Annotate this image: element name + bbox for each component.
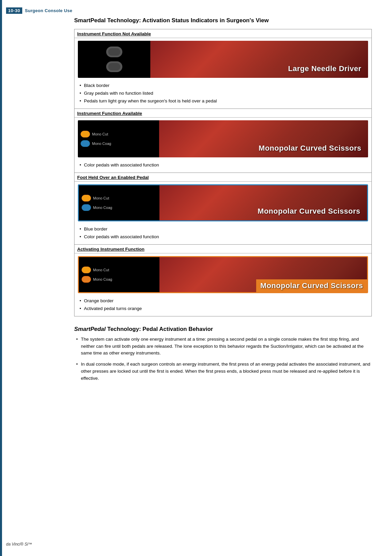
pedal-btn-blue [81,140,90,147]
bullet-item: Color pedals with associated function [78,161,368,169]
pedal-left-available: Mono Cut Mono Coag [78,120,159,157]
pedal-btn-gray-bottom [106,61,122,72]
smartpedal-italic: SmartPedal [74,326,106,332]
instrument-label-not-available: Large Needle Driver [288,64,361,73]
pedal-item-mono-coag: Mono Coag [81,140,111,147]
smartpedal-title-rest: Technology: Pedal Activation Behavior [106,326,213,332]
smartpedal-bullet-1: The system can activate only one energy … [74,336,372,357]
pedal-btn-blue-2 [82,204,91,211]
instrument-label-activating: Monopolar Curved Scissors [256,279,367,292]
pedal-label-mono-coag-2: Mono Coag [93,206,112,210]
bullet-list-foot-held: Blue border Color pedals with associated… [78,225,368,241]
table-row-foot-held: Foot Held Over an Enabled Pedal Mono Cut… [74,173,372,244]
row-header-not-available: Instrument Function Not Available [74,29,371,38]
row-image-available: Mono Cut Mono Coag Monopolar Curved Scis… [74,118,371,160]
pedal-left-activating: Mono Cut Mono Coag [79,257,159,292]
row-bullets-available: Color pedals with associated function [74,160,371,173]
pedal-left-foot-held: Mono Cut Mono Coag [79,185,159,220]
row-header-foot-held: Foot Held Over an Enabled Pedal [74,173,371,182]
bullet-list-activating: Orange border Activated pedal turns oran… [78,297,368,313]
section-title: SmartPedal Technology: Activation Status… [74,17,372,24]
pedal-btn-gray-bottom-inner [108,63,120,70]
left-sidebar-bar [0,0,2,556]
bullet-item: Gray pedals with no function listed [78,90,368,97]
chapter-number: 10-30 [6,7,22,14]
pedal-label-mono-cut-2: Mono Cut [93,196,109,200]
pedal-item-mono-coag-2: Mono Coag [82,204,112,211]
pedal-btn-yellow-3 [82,267,91,273]
bullet-item: Black border [78,82,368,90]
row-header-activating: Activating Instrument Function [74,245,371,253]
pedal-display-not-available: Large Needle Driver [78,41,368,78]
page-footer: da Vinci® Si™ [6,542,32,547]
table-row-not-available: Instrument Function Not Available L [74,29,372,109]
row-image-not-available: Large Needle Driver [74,38,371,81]
row-bullets-not-available: Black border Gray pedals with no functio… [74,81,371,109]
bullet-item: Activated pedal turns orange [78,305,368,313]
footer-text: da Vinci® Si™ [6,542,32,547]
instrument-label-foot-held: Monopolar Curved Scissors [258,207,360,216]
pedal-label-mono-coag: Mono Coag [92,142,111,146]
row-header-available: Instrument Function Available [74,109,371,118]
smartpedal-bullet-2: In dual console mode, if each surgeon co… [74,361,372,382]
bullet-item: Pedals turn light gray when the surgeon'… [78,97,368,105]
instrument-label-available: Monopolar Curved Scissors [259,144,361,153]
pedal-btn-yellow-2 [82,195,91,202]
table-row-available: Instrument Function Available Mono Cut M… [74,109,372,173]
row-image-foot-held: Mono Cut Mono Coag Monopolar Curved Scis… [74,182,371,224]
row-bullets-foot-held: Blue border Color pedals with associated… [74,224,371,244]
pedal-item-mono-cut-2: Mono Cut [82,195,109,202]
bullet-list-not-available: Black border Gray pedals with no functio… [78,82,368,105]
pedal-btn-gray-top [106,47,122,57]
table-row-activating: Activating Instrument Function Mono Cut … [74,244,372,316]
chapter-title: Surgeon Console Use [25,8,72,13]
smartpedal-bullets: The system can activate only one energy … [74,336,372,382]
main-content: SmartPedal Technology: Activation Status… [74,17,372,406]
pedal-btn-orange [82,276,91,283]
pedal-btn-gray-top-inner [108,48,120,56]
row-image-activating: Mono Cut Mono Coag Monopolar Curved Scis… [74,253,371,296]
pedal-label-mono-cut-3: Mono Cut [93,268,109,272]
bullet-list-available: Color pedals with associated function [78,161,368,169]
pedal-item-mono-cut-3: Mono Cut [82,267,109,273]
bullet-item: Color pedals with associated function [78,233,368,241]
row-bullets-activating: Orange border Activated pedal turns oran… [74,296,371,316]
pedal-item-mono-cut: Mono Cut [81,131,108,137]
bullet-item: Orange border [78,297,368,305]
bullet-item: Blue border [78,225,368,233]
pedal-label-mono-cut: Mono Cut [92,132,108,136]
pedal-display-activating: Mono Cut Mono Coag Monopolar Curved Scis… [78,256,368,293]
smartpedal-section: SmartPedal Technology: Pedal Activation … [74,326,372,382]
chapter-label: 10-30 Surgeon Console Use [6,7,72,14]
pedal-btn-yellow [81,131,90,137]
smartpedal-title: SmartPedal Technology: Pedal Activation … [74,326,372,333]
pedal-display-foot-held: Mono Cut Mono Coag Monopolar Curved Scis… [78,184,368,221]
pedal-label-mono-coag-3: Mono Coag [93,277,112,281]
status-table: Instrument Function Not Available L [74,29,372,316]
pedal-item-mono-coag-3: Mono Coag [82,276,112,283]
pedal-left-not-available [78,41,150,78]
pedal-display-available: Mono Cut Mono Coag Monopolar Curved Scis… [78,120,368,157]
